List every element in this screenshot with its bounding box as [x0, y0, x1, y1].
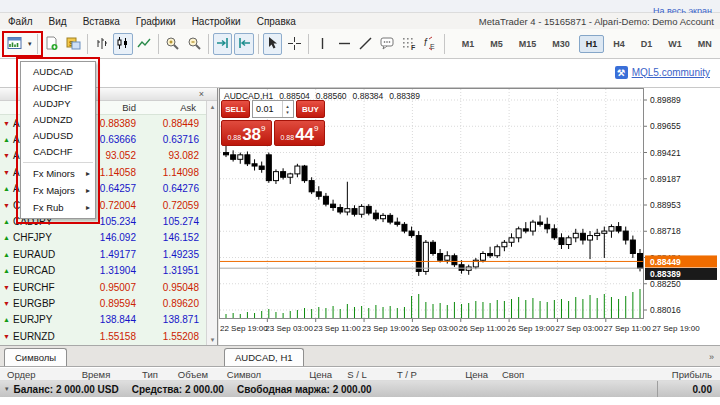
menu-item-audcad[interactable]: AUDCAD: [21, 64, 95, 80]
vertical-line-icon[interactable]: [313, 33, 333, 55]
sell-price-box[interactable]: 0.88 38 9: [221, 120, 272, 146]
buy-button[interactable]: BUY: [296, 100, 325, 118]
indicators-icon[interactable]: fE: [420, 33, 440, 55]
timeframe-m1[interactable]: M1: [455, 35, 482, 53]
candle-body: [566, 238, 571, 245]
buy-price-box[interactable]: 0.88 44 9: [274, 120, 325, 146]
sell-button[interactable]: SELL: [221, 100, 250, 118]
timeframe-w1[interactable]: W1: [661, 35, 689, 53]
horizontal-line-icon[interactable]: [334, 33, 354, 55]
top-strip: На весь экран: [0, 0, 720, 13]
cursor-icon[interactable]: [263, 33, 283, 55]
timeframe-h1[interactable]: H1: [579, 35, 605, 53]
price-axis-label: 0.88953: [650, 200, 681, 210]
timeframe-d1[interactable]: D1: [634, 35, 660, 53]
new-chart-dropdown-caret[interactable]: [26, 33, 34, 55]
ask-cell: 1.31951: [136, 265, 203, 276]
market-watch-row-euraud[interactable]: ▲EURAUD1.491771.49235: [0, 246, 207, 262]
collapse-icon[interactable]: [0, 385, 14, 393]
menu-insert[interactable]: Вставка: [75, 16, 128, 27]
candle-body: [402, 224, 407, 231]
candle-body: [281, 172, 286, 178]
zoom-out-icon[interactable]: [185, 33, 205, 55]
candlestick-chart-icon[interactable]: [113, 33, 133, 55]
tab-chart-audcad-h1[interactable]: AUDCAD, H1: [224, 348, 304, 366]
chart-shift-icon[interactable]: [234, 33, 254, 55]
candle-body: [366, 206, 371, 213]
menu-separator: [23, 162, 93, 163]
market-watch-row-eurnzd[interactable]: ▼EURNZD1.551581.55208: [0, 328, 207, 344]
toolbar-separator: [258, 34, 259, 54]
crosshair-icon[interactable]: [284, 33, 304, 55]
timeframe-mn[interactable]: MN: [691, 35, 719, 53]
svg-text:F: F: [411, 44, 416, 51]
menu-item-audnzd[interactable]: AUDNZD: [21, 112, 95, 128]
chart-window[interactable]: 0.898890.896550.894210.891870.889530.887…: [219, 88, 720, 345]
trendline-icon[interactable]: [356, 33, 376, 55]
sell-price-big: 38: [242, 126, 261, 143]
timeframe-m5[interactable]: M5: [483, 35, 510, 53]
menu-settings[interactable]: Настройки: [184, 16, 249, 27]
candle-body: [438, 253, 443, 260]
ohlc-low: 0.88384: [353, 91, 384, 101]
market-watch-row-eurgbp[interactable]: ▼EURGBP0.895940.89620: [0, 295, 207, 311]
market-watch-row-chfjpy[interactable]: ▲CHFJPY146.092146.152: [0, 230, 207, 246]
candle-body: [259, 166, 264, 169]
candle-body: [545, 224, 550, 228]
timeframe-h4[interactable]: H4: [606, 35, 632, 53]
candle-body: [488, 253, 493, 255]
auto-scroll-icon[interactable]: [213, 33, 233, 55]
scroll-up-icon[interactable]: [207, 101, 218, 112]
time-axis-label: 27 Sep 03:00: [555, 324, 603, 333]
candle-body: [309, 181, 314, 192]
market-watch-scrollbar[interactable]: [206, 101, 217, 345]
balance-row[interactable]: Баланс: 2 000.00 USD Средства: 2 000.00 …: [0, 381, 720, 397]
col-time: Время: [62, 369, 130, 380]
menu-item-audusd[interactable]: AUDUSD: [21, 128, 95, 144]
market-watch-icon[interactable]: $: [63, 33, 83, 55]
timeframe-m15[interactable]: M15: [512, 35, 544, 53]
fibonacci-grid-icon[interactable]: F: [399, 33, 419, 55]
bar-chart-icon[interactable]: [92, 33, 112, 55]
timeframe-m30[interactable]: M30: [545, 35, 577, 53]
buy-price-big: 44: [295, 126, 314, 143]
menu-charts[interactable]: Графики: [128, 16, 184, 27]
volume-stepper[interactable]: [282, 101, 292, 117]
market-watch-row-eurchf[interactable]: ▼EURCHF0.950070.95048: [0, 279, 207, 295]
new-order-icon[interactable]: [42, 33, 62, 55]
time-axis-label: 27 Sep 11:00: [604, 324, 652, 333]
market-watch-row-eurjpy[interactable]: ▲EURJPY138.844138.871: [0, 312, 207, 328]
menu-item-cadchf[interactable]: CADCHF: [21, 144, 95, 160]
menu-folder-fx-minors[interactable]: Fx Minors: [21, 165, 95, 182]
menu-folder-fx-rub[interactable]: Fx Rub: [21, 199, 95, 216]
new-chart-icon[interactable]: [5, 33, 25, 55]
market-watch-row-eurcad[interactable]: ▲EURCAD1.319041.31951: [0, 263, 207, 279]
text-label-icon[interactable]: [377, 33, 397, 55]
trend-up-icon: ▲: [0, 136, 13, 143]
scroll-down-icon[interactable]: [207, 334, 218, 345]
tabs-overflow-icon[interactable]: [709, 352, 714, 362]
tab-symbols[interactable]: Символы: [4, 348, 67, 366]
menu-item-audchf[interactable]: AUDCHF: [21, 80, 95, 96]
svg-text:f: f: [424, 37, 428, 48]
volume-input[interactable]: 0.01: [252, 100, 294, 118]
candle-body: [638, 253, 643, 268]
candle-body: [295, 166, 300, 174]
candle-body: [345, 209, 350, 212]
mql5-community-link[interactable]: MQL5.community: [632, 67, 710, 78]
line-chart-icon[interactable]: [135, 33, 155, 55]
menu-help[interactable]: Справка: [249, 16, 304, 27]
bid-cell: 1.31904: [70, 265, 136, 276]
menu-file[interactable]: Файл: [0, 16, 41, 27]
close-icon[interactable]: [199, 88, 204, 101]
candle-body: [630, 240, 635, 253]
candle-body: [530, 222, 535, 231]
profit-value: 0.00: [693, 384, 712, 395]
ask-column-header[interactable]: Ask: [136, 102, 200, 113]
menu-view[interactable]: Вид: [41, 16, 75, 27]
symbol-cell: EURCAD: [13, 265, 70, 276]
menu-item-audjpy[interactable]: AUDJPY: [21, 96, 95, 112]
menu-folder-fx-majors[interactable]: Fx Majors: [21, 182, 95, 199]
zoom-in-icon[interactable]: [163, 33, 183, 55]
candle-body: [559, 238, 564, 245]
